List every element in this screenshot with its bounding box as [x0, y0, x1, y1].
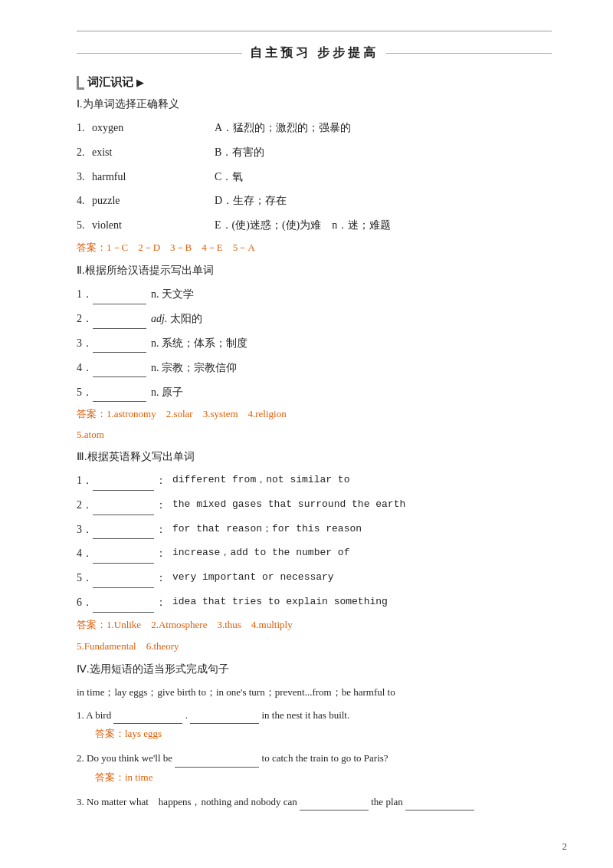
item-num: 6． — [77, 593, 93, 612]
item-choice: E．(使)迷惑；(使)为难 n．迷；难题 — [215, 216, 391, 235]
colon: ： — [156, 544, 166, 563]
blank-field — [93, 521, 154, 540]
page-number: 2 — [562, 840, 568, 853]
item-num: 2． — [77, 496, 93, 515]
item-label: n. 原子 — [151, 383, 183, 402]
list-item: 5． n. 原子 — [77, 383, 552, 402]
item-word: violent — [92, 216, 215, 235]
item-word: exist — [92, 143, 215, 162]
definition-text: different from，not similar to — [172, 472, 349, 488]
part-ii-answer-line1: 答案：1.astronomy 2.solar 3.system 4.religi… — [77, 407, 552, 421]
blank-field-2 — [190, 705, 259, 724]
table-row: 1. oxygen A．猛烈的；激烈的；强暴的 — [77, 119, 552, 137]
item-label: n. 天文学 — [151, 285, 194, 304]
definition-text: the mixed gases that surround the earth — [172, 496, 405, 513]
blank-field — [93, 496, 154, 515]
list-item: 4． ： increase，add to the number of — [77, 544, 552, 564]
blank-field — [113, 705, 182, 724]
blank-field — [93, 334, 146, 353]
part-iv-title: Ⅳ.选用短语的适当形式完成句子 — [77, 663, 552, 676]
item-num: 2． — [77, 310, 93, 328]
vocab-icon — [77, 76, 84, 90]
list-item: 3． ： for that reason；for this reason — [77, 521, 552, 540]
list-item: 5． ： very important or necessary — [77, 569, 552, 588]
item-num: 5． — [77, 383, 93, 402]
item-label: adj. 太阳的 — [151, 310, 202, 328]
vocab-header: 词汇识记 ▶ — [77, 75, 552, 90]
definition-text: increase，add to the number of — [172, 544, 349, 561]
sentence-num: 1. A bird — [77, 709, 111, 721]
table-row: 3. harmful C．氧 — [77, 168, 552, 186]
blank-field — [93, 358, 146, 377]
item-word: oxygen — [92, 119, 215, 137]
definition-text: idea that tries to explain something — [172, 593, 388, 610]
colon: ： — [156, 472, 166, 490]
title-line-left — [77, 53, 242, 54]
table-row: 2. exist B．有害的 — [77, 143, 552, 162]
colon: ： — [156, 593, 166, 612]
blank-field — [93, 472, 154, 491]
item-num: 1． — [77, 472, 93, 490]
blank-field — [93, 285, 146, 304]
page-container: 自主预习 步步提高 词汇识记 ▶ Ⅰ.为单词选择正确释义 1. oxygen A… — [0, 0, 613, 868]
top-divider — [77, 31, 552, 31]
list-item: 3． n. 系统；体系；制度 — [77, 334, 552, 353]
item-num: 1． — [77, 285, 93, 304]
list-item: 2． adj. 太阳的 — [77, 310, 552, 329]
colon: ： — [156, 521, 166, 539]
answer-1: 答案：lays eggs — [95, 727, 552, 741]
part-iii-answer-line1: 答案：1.Unlike 2.Atmosphere 3.thus 4.multip… — [77, 618, 552, 632]
blank-field-2 — [405, 792, 474, 810]
blank-field — [93, 569, 154, 588]
blank-field — [93, 544, 154, 564]
item-label: n. 宗教；宗教信仰 — [151, 359, 237, 377]
part-ii-answer-line2: 5.atom — [77, 429, 552, 441]
blank-field — [93, 383, 146, 402]
item-num: 1. — [77, 119, 92, 137]
blank-field — [300, 792, 369, 810]
sentence-dot: . — [185, 709, 188, 721]
list-item: 1. A bird . in the nest it has built. — [77, 705, 552, 724]
item-num: 2. — [77, 143, 92, 162]
item-word: puzzle — [92, 192, 215, 210]
sentence-middle: the plan — [371, 796, 403, 807]
part-i-answer: 答案：1－C 2－D 3－B 4－E 5－A — [77, 241, 552, 255]
colon: ： — [156, 496, 166, 515]
vocab-title: 词汇识记 — [87, 75, 133, 90]
definition-text: for that reason；for this reason — [172, 521, 362, 538]
item-num: 3. — [77, 168, 92, 186]
item-choice: D．生存；存在 — [215, 192, 287, 210]
item-word: harmful — [92, 168, 215, 186]
item-choice: C．氧 — [215, 168, 243, 186]
list-item: 2. Do you think we'll be to catch the tr… — [77, 748, 552, 767]
blank-field — [93, 593, 154, 613]
item-num: 4． — [77, 544, 93, 563]
definition-text: very important or necessary — [172, 569, 334, 586]
list-item: 4． n. 宗教；宗教信仰 — [77, 358, 552, 377]
item-num: 4． — [77, 359, 93, 377]
sentence-tail: to catch the train to go to Paris? — [262, 752, 388, 764]
table-row: 4. puzzle D．生存；存在 — [77, 192, 552, 210]
colon: ： — [156, 569, 166, 587]
blank-field — [175, 748, 259, 767]
part-iii-title: Ⅲ.根据英语释义写出单词 — [77, 450, 552, 464]
list-item: 1． n. 天文学 — [77, 285, 552, 304]
item-num: 3． — [77, 521, 93, 539]
list-item: 1． ： different from，not similar to — [77, 472, 552, 491]
part-ii-section: Ⅱ.根据所给汉语提示写出单词 1． n. 天文学 2． adj. 太阳的 3． … — [77, 264, 552, 441]
sentence-tail: in the nest it has built. — [261, 709, 349, 721]
table-row: 5. violent E．(使)迷惑；(使)为难 n．迷；难题 — [77, 216, 552, 235]
answer-2: 答案：in time — [95, 771, 552, 784]
list-item: 6． ： idea that tries to explain somethin… — [77, 593, 552, 613]
part-iv-section: Ⅳ.选用短语的适当形式完成句子 in time；lay eggs；give bi… — [77, 663, 552, 810]
section-title: 自主预习 步步提高 — [250, 45, 379, 61]
item-num: 4. — [77, 192, 92, 210]
sentence-text: 3. No matter what happens，nothing and no… — [77, 796, 297, 807]
item-label: n. 系统；体系；制度 — [151, 334, 247, 353]
list-item: 2． ： the mixed gases that surround the e… — [77, 496, 552, 515]
item-num: 5. — [77, 216, 92, 235]
blank-field — [93, 310, 146, 329]
section-title-bar: 自主预习 步步提高 — [77, 45, 552, 61]
list-item: 3. No matter what happens，nothing and no… — [77, 792, 552, 810]
part-i-title: Ⅰ.为单词选择正确释义 — [77, 97, 552, 111]
